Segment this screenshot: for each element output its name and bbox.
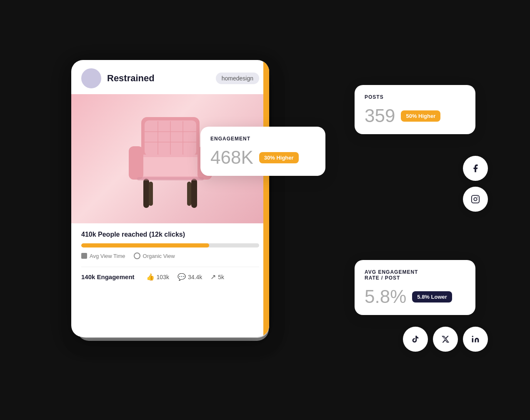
card-header: Restrained homedesign: [71, 60, 269, 94]
organic-view-icon: [134, 252, 140, 259]
shares-value: 5k: [218, 274, 224, 280]
phone-card-main: Restrained homedesign: [71, 60, 269, 337]
avg-engagement-label: AVG ENGAGEMENT RATE / POST: [365, 269, 465, 281]
svg-rect-9: [129, 146, 143, 180]
reach-text: 410k People reached (12k clicks): [81, 231, 259, 238]
avg-engagement-badge: 5.8% Lower: [412, 291, 452, 302]
comment-icon: 💬: [178, 273, 186, 281]
engagement-badge: 30% Higher: [259, 152, 299, 163]
svg-rect-12: [191, 179, 197, 208]
comments-stat: 💬 34.4k: [178, 273, 202, 281]
x-twitter-icon[interactable]: [433, 327, 458, 352]
card-username: Restrained: [107, 73, 210, 84]
organic-view-label: Organic View: [143, 253, 175, 259]
engagement-row: 140k Engagement 👍 103k 💬 34.4k ↗ 5k: [81, 273, 259, 281]
progress-bar-container: [81, 243, 259, 248]
posts-value: 359: [365, 107, 395, 125]
avg-engagement-value-row: 5.8% 5.8% Lower: [365, 288, 465, 306]
avg-view-icon: [81, 253, 87, 259]
social-icons-col: [463, 156, 488, 212]
social-icons-row: [403, 327, 488, 352]
view-stats: Avg View Time Organic View: [81, 252, 259, 259]
like-icon: 👍: [146, 273, 155, 281]
engagement-label: ENGAGEMENT: [210, 136, 315, 142]
avatar: [81, 68, 101, 88]
svg-rect-19: [472, 338, 473, 342]
avg-engagement-label-line1: AVG ENGAGEMENT: [365, 269, 418, 275]
avg-engagement-value: 5.8%: [365, 288, 406, 306]
posts-label: POSTS: [365, 94, 465, 100]
comments-value: 34.4k: [188, 274, 202, 280]
engagement-value-row: 468K 30% Higher: [210, 148, 315, 167]
phone-card-stack: Restrained homedesign: [71, 60, 271, 352]
svg-rect-16: [472, 195, 479, 203]
posts-badge: 50% Higher: [401, 110, 440, 122]
avg-view-label: Avg View Time: [90, 253, 125, 259]
share-icon: ↗: [210, 273, 216, 281]
posts-card: POSTS 359 50% Higher: [355, 85, 475, 134]
card-tag: homedesign: [216, 72, 259, 84]
svg-rect-13: [149, 182, 153, 206]
organic-view-stat: Organic View: [134, 252, 175, 259]
progress-bar-fill: [81, 243, 209, 248]
card-body: 410k People reached (12k clicks) Avg Vie…: [71, 223, 269, 337]
instagram-icon[interactable]: [463, 187, 488, 212]
facebook-icon[interactable]: [463, 156, 488, 181]
svg-rect-11: [143, 179, 149, 208]
avg-engagement-label-line2: RATE / POST: [365, 275, 400, 281]
card-divider: [81, 267, 259, 267]
svg-rect-14: [187, 182, 191, 206]
orange-strip: [263, 60, 269, 337]
posts-value-row: 359 50% Higher: [365, 107, 465, 125]
svg-rect-8: [140, 157, 200, 176]
engagement-value: 468K: [210, 148, 253, 167]
linkedin-icon[interactable]: [463, 327, 488, 352]
avg-view-stat: Avg View Time: [81, 253, 125, 259]
svg-rect-15: [137, 177, 204, 180]
svg-point-20: [472, 336, 473, 337]
likes-stat: 👍 103k: [146, 273, 169, 281]
shares-stat: ↗ 5k: [210, 273, 224, 281]
tiktok-icon[interactable]: [403, 327, 428, 352]
engagement-card: ENGAGEMENT 468K 30% Higher: [200, 127, 325, 176]
svg-point-18: [477, 197, 478, 198]
likes-value: 103k: [157, 274, 169, 280]
engagement-main: 140k Engagement: [81, 273, 135, 280]
avg-engagement-card: AVG ENGAGEMENT RATE / POST 5.8% 5.8% Low…: [355, 260, 475, 315]
svg-point-17: [474, 198, 477, 200]
